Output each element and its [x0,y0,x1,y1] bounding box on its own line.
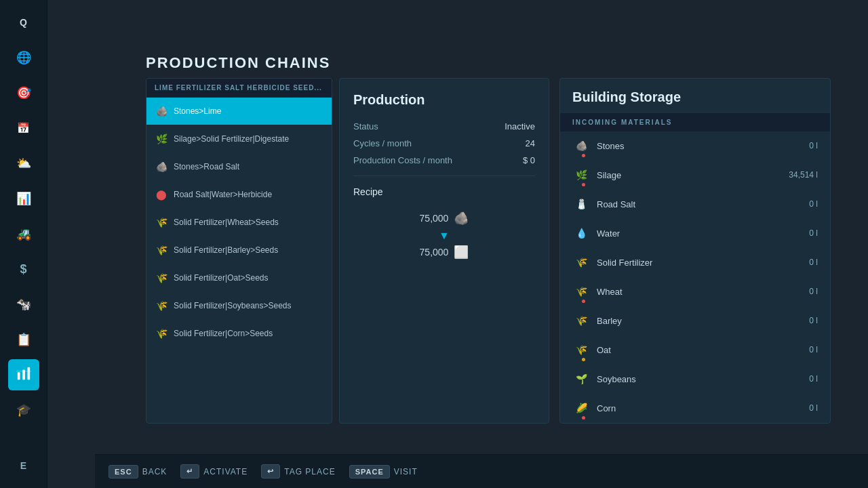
chain-icon-stones-lime: 🪨 [155,104,168,118]
storage-icon-corn: 🌽 [572,399,590,417]
hotkey-esc: ESC BACK [108,465,167,479]
hotkey-activate: ↵ ACTIVATE [180,464,248,479]
arrow-down-icon: ▼ [439,230,450,242]
storage-amount-corn: 0 l [791,403,818,413]
steering-icon: 🎯 [16,85,31,100]
chain-label-barley: Solid Fertilizer|Barley>Seeds [174,245,278,255]
label-back: BACK [142,467,167,476]
hotkey-visit: SPACE VISIT [349,465,418,479]
storage-icon-solidfert: 🌾 [572,253,590,271]
storage-item-roadsalt: 🧂 Road Salt 0 l [560,190,830,219]
storage-name-barley: Barley [597,316,784,326]
key-space: SPACE [349,465,390,479]
chart-icon: 📊 [16,191,31,206]
sidebar-btn-weather[interactable]: ⛅ [8,148,39,179]
chain-item-stones-lime[interactable]: 🪨 Stones>Lime [146,98,332,125]
storage-name-oat: Oat [597,345,784,355]
storage-amount-solidfert: 0 l [791,258,818,267]
storage-name-solidfert: Solid Fertilizer [597,258,784,268]
chain-icon-corn: 🌾 [155,327,168,340]
sidebar-btn-dollar[interactable]: $ [8,253,39,285]
calendar-icon: 📅 [17,122,30,134]
sidebar-btn-e[interactable]: E [8,450,39,481]
contract-icon: 📋 [16,332,31,347]
sidebar-btn-chart[interactable]: 📊 [8,183,39,214]
storage-title: Building Storage [560,79,830,113]
storage-name-corn: Corn [597,403,784,413]
animal-icon: 🐄 [16,297,31,312]
chain-label-wheat: Solid Fertilizer|Wheat>Seeds [174,218,279,227]
cycles-value: 24 [526,138,535,148]
chain-item-stones-roadsalt[interactable]: 🪨 Stones>Road Salt [146,153,332,181]
storage-amount-soybeans: 0 l [791,374,818,384]
key-esc: ESC [108,465,138,479]
costs-row: Production Costs / month $ 0 [353,155,535,165]
chain-item-herbicide[interactable]: ⬤ Road Salt|Water>Herbicide [146,181,332,209]
storage-name-roadsalt: Road Salt [597,199,784,209]
sidebar: Q 🌐 🎯 📅 ⛅ 📊 🚜 $ 🐄 📋 🎓 [0,0,47,488]
sidebar-btn-tractor[interactable]: 🚜 [8,218,39,249]
sidebar-btn-steering[interactable]: 🎯 [8,77,39,108]
storage-amount-roadsalt: 0 l [791,199,818,209]
storage-amount-stones: 0 l [791,141,818,150]
storage-name-soybeans: Soybeans [597,374,784,384]
svg-rect-0 [17,372,20,380]
storage-item-wheat: 🌾 Wheat 0 l [560,277,830,306]
storage-name-water: Water [597,228,784,239]
key-tag: ↩ [261,464,280,479]
sidebar-btn-production[interactable] [8,359,39,390]
storage-amount-barley: 0 l [791,316,818,325]
recipe-item-lime: 75,000 ⬜ [353,245,535,260]
chains-panel: LIME FERTILIZER SALT HERBICIDE SEED... 🪨… [146,78,332,424]
sidebar-btn-globe[interactable]: 🌐 [8,42,39,73]
chain-item-corn-seeds[interactable]: 🌾 Solid Fertilizer|Corn>Seeds [146,320,332,348]
recipe-icon-lime: ⬜ [454,245,469,260]
chain-item-silage-fertilizer[interactable]: 🌿 Silage>Solid Fertilizer|Digestate [146,125,332,153]
chain-item-wheat-seeds[interactable]: 🌾 Solid Fertilizer|Wheat>Seeds [146,209,332,237]
chain-item-oat-seeds[interactable]: 🌾 Solid Fertilizer|Oat>Seeds [146,264,332,292]
dot-stones [582,154,585,157]
storage-name-stones: Stones [597,141,784,151]
storage-amount-oat: 0 l [791,345,818,354]
storage-item-oat: 🌾 Oat 0 l [560,336,830,365]
label-tagplace: TAG PLACE [284,467,335,476]
storage-item-silage: 🌿 Silage 34,514 l [560,161,830,190]
dot-wheat [582,300,585,303]
chain-icon-silage: 🌿 [155,132,168,146]
production-icon [16,366,31,384]
chain-item-barley-seeds[interactable]: 🌾 Solid Fertilizer|Barley>Seeds [146,237,332,264]
chain-label-oat: Solid Fertilizer|Oat>Seeds [174,273,269,283]
recipe-icon-stones: 🪨 [454,211,469,226]
status-value: Inactive [505,121,535,131]
chain-item-soybeans-seeds[interactable]: 🌾 Solid Fertilizer|Soybeans>Seeds [146,292,332,320]
recipe-amount-lime: 75,000 [420,247,449,258]
storage-icon-water: 💧 [572,224,590,242]
production-title: Production [353,92,535,108]
storage-item-corn: 🌽 Corn 0 l [560,394,830,423]
recipe-title: Recipe [353,186,535,197]
chain-icon-wheat: 🌾 [155,216,168,229]
key-enter: ↵ [180,464,199,479]
chain-label-corn: Solid Fertilizer|Corn>Seeds [174,329,273,338]
sidebar-btn-tutorial[interactable]: 🎓 [8,394,39,426]
main-content: PRODUCTION CHAINS LIME FERTILIZER SALT H… [47,0,868,488]
sidebar-btn-contract[interactable]: 📋 [8,324,39,355]
storage-name-silage: Silage [597,170,782,180]
chain-label-stones-salt: Stones>Road Salt [174,162,239,171]
storage-amount-wheat: 0 l [791,287,818,296]
chain-icon-stones-salt: 🪨 [155,160,168,174]
storage-icon-wheat: 🌾 [572,283,590,300]
chain-icon-herbicide: ⬤ [155,188,168,201]
storage-item-soybeans: 🌱 Soybeans 0 l [560,365,830,394]
storage-scroll[interactable]: INCOMING MATERIALS 🪨 Stones 0 l 🌿 Silage… [560,113,830,423]
storage-icon-silage: 🌿 [572,166,590,184]
q-icon: Q [20,17,27,28]
storage-icon-roadsalt: 🧂 [572,195,590,213]
sidebar-btn-calendar[interactable]: 📅 [8,113,39,144]
sidebar-btn-q[interactable]: Q [8,7,39,38]
sidebar-btn-animal[interactable]: 🐄 [8,289,39,320]
label-visit: VISIT [394,467,418,476]
storage-item-barley: 🌾 Barley 0 l [560,306,830,336]
status-label: Status [353,121,378,131]
divider [353,176,535,176]
